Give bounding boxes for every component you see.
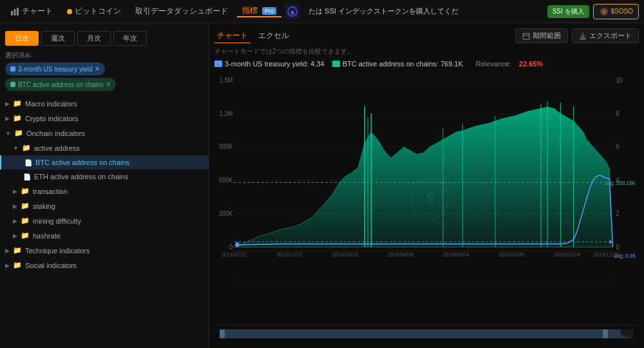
tag-btc-remove[interactable]: ×: [106, 80, 111, 89]
ssi-buy-button[interactable]: SSI を購入: [547, 5, 589, 18]
tag-treasury-color: [10, 66, 15, 72]
tree-staking[interactable]: ▶ 📁 staking: [0, 198, 209, 213]
tree-crypto-label: Crypto indicators: [25, 115, 79, 122]
main-layout: 日次 週次 月次 年次 選択済み: 3-month US treasury yi…: [0, 23, 644, 348]
chevron-active-address: ▼: [13, 145, 19, 151]
topnav: チャート ビットコイン 取引データダッシュボード 指標 Pro S たは SSI…: [0, 0, 644, 23]
legend-row: 3-month US treasury yield: 4.34 BTC acti…: [214, 60, 639, 68]
chevron-onchain: ▼: [5, 130, 11, 137]
tab-monthly[interactable]: 月次: [77, 31, 111, 46]
svg-text:2016/08/08: 2016/08/08: [388, 251, 414, 258]
legend-btc: BTC active address on chains: 769.1K: [332, 60, 463, 68]
svg-text:S: S: [291, 10, 294, 15]
chart-icon: [10, 7, 19, 16]
svg-text:S: S: [602, 10, 605, 14]
tag-treasury-text: 3-month US treasury yield: [18, 66, 93, 73]
tag-btc-text: BTC active address on chains: [18, 81, 104, 88]
svg-rect-1: [14, 9, 16, 15]
legend-treasury-label: 3-month US treasury yield: 4.34: [225, 60, 325, 68]
nav-bitcoin-label: ビットコイン: [75, 6, 121, 17]
folder-macro-icon: 📁: [13, 99, 22, 108]
svg-text:2012/12/17: 2012/12/17: [276, 251, 303, 258]
svg-text:2018/06/04: 2018/06/04: [443, 251, 469, 258]
svg-text:600K: 600K: [219, 177, 233, 184]
tree-mining-difficulty[interactable]: ▶ 📁 mining difficulty: [0, 213, 209, 228]
period-range-button[interactable]: 期間範囲: [515, 28, 568, 43]
svg-text:900K: 900K: [219, 143, 233, 151]
tree-active-address-label: active address: [34, 144, 80, 152]
scrollbar-thumb[interactable]: [220, 329, 621, 338]
folder-onchain-icon: 📁: [14, 129, 23, 137]
chart-tab-excel[interactable]: エクセル: [256, 29, 292, 43]
bitcoin-dot: [67, 9, 72, 14]
tab-daily[interactable]: 日次: [5, 31, 39, 46]
tree-btc-active[interactable]: 📄 BTC active address on chains: [0, 155, 209, 169]
nav-dashboard-label: 取引データダッシュボード: [135, 6, 228, 17]
tree-social-label: Social indicators: [25, 262, 77, 269]
svg-text:2020/03/30: 2020/03/30: [498, 251, 525, 258]
svg-text:2: 2: [616, 209, 620, 217]
chevron-staking: ▶: [13, 203, 17, 209]
chevron-social: ▶: [5, 262, 10, 269]
svg-text:1.5M: 1.5M: [220, 76, 232, 84]
tree-eth-active-label: ETH active address on chains: [34, 173, 128, 180]
tag-btc-address: BTC active address on chains ×: [5, 78, 116, 91]
chart-svg: 1.5M 1.2M 900K 600K 300K 0 10 8 6 4 2 0: [214, 73, 639, 325]
tree-technique[interactable]: ▶ 📁 Technique indicators: [0, 243, 209, 258]
tree-macro[interactable]: ▶ 📁 Macro indicators: [0, 96, 209, 111]
file-btc-icon: 📄: [24, 159, 32, 166]
tab-row: 日次 週次 月次 年次: [0, 28, 209, 51]
chart-area: チャート エクセル 期間範囲 エクスポート チャートモードでは2つの指標を比較で…: [209, 23, 644, 348]
svg-rect-2: [17, 8, 19, 15]
scrollbar-track[interactable]: [220, 329, 634, 338]
svg-text:1.2M: 1.2M: [220, 110, 232, 117]
svg-text:6: 6: [616, 143, 620, 151]
chevron-mining: ▶: [13, 218, 17, 224]
calendar-icon: [522, 32, 530, 40]
export-icon: [579, 32, 587, 40]
svg-rect-7: [523, 34, 529, 39]
tree-crypto[interactable]: ▶ 📁 Crypto indicators: [0, 111, 209, 126]
tab-weekly[interactable]: 週次: [41, 31, 75, 46]
chart-controls: 期間範囲 エクスポート: [515, 28, 639, 43]
chart-tab-chart[interactable]: チャート: [214, 29, 251, 43]
tree-eth-active[interactable]: 📄 ETH active address on chains: [0, 169, 209, 184]
tab-yearly[interactable]: 年次: [113, 31, 147, 46]
folder-technique-icon: 📁: [13, 246, 22, 255]
nav-chart-label: チャート: [22, 6, 53, 17]
export-button[interactable]: エクスポート: [572, 28, 639, 43]
tree-onchain[interactable]: ▼ 📁 Onchain indicators: [0, 126, 209, 140]
svg-text:0: 0: [229, 243, 233, 251]
nav-bitcoin[interactable]: ビットコイン: [62, 6, 126, 17]
legend-btc-color: [332, 61, 340, 67]
nav-dashboard[interactable]: 取引データダッシュボード: [130, 6, 233, 17]
pro-badge: Pro: [262, 7, 276, 15]
svg-rect-0: [11, 11, 13, 15]
selected-label: 選択済み:: [0, 51, 209, 63]
tree-social[interactable]: ▶ 📁 Social indicators: [0, 258, 209, 273]
soso-button[interactable]: S $SOSO: [593, 4, 639, 19]
soso-label: $SOSO: [611, 8, 633, 15]
tree-onchain-label: Onchain indicators: [26, 130, 85, 137]
tree-active-address[interactable]: ▼ 📁 active address: [0, 140, 209, 155]
nav-indicator[interactable]: 指標 Pro: [237, 5, 281, 17]
svg-text:8: 8: [616, 110, 620, 117]
nav-chart[interactable]: チャート: [5, 6, 58, 17]
folder-hashrate-icon: 📁: [21, 231, 30, 240]
chart-top-bar: チャート エクセル 期間範囲 エクスポート: [214, 28, 639, 43]
svg-text:S: S: [426, 190, 433, 205]
period-btn-label: 期間範囲: [533, 31, 561, 41]
svg-point-44: [235, 242, 239, 247]
tag-treasury-remove[interactable]: ×: [95, 64, 100, 73]
scroll-handle-left[interactable]: [220, 329, 225, 338]
tags-row: 3-month US treasury yield × BTC active a…: [0, 63, 209, 96]
export-btn-label: エクスポート: [589, 31, 632, 41]
sidebar: 日次 週次 月次 年次 選択済み: 3-month US treasury yi…: [0, 23, 209, 348]
legend-btc-label: BTC active address on chains: 769.1K: [343, 60, 463, 68]
scroll-handle-right[interactable]: [603, 329, 608, 338]
soso-icon: S: [599, 6, 609, 17]
folder-crypto-icon: 📁: [13, 114, 22, 122]
tree-hashrate[interactable]: ▶ 📁 hashrate: [0, 228, 209, 243]
tree-transaction-label: transaction: [33, 188, 68, 195]
tree-transaction[interactable]: ▶ 📁 transaction: [0, 184, 209, 198]
